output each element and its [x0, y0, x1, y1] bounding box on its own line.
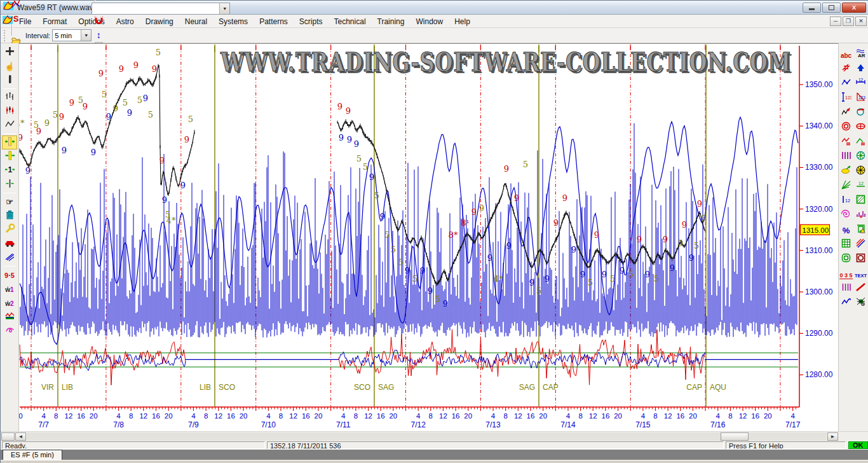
crosshair-tool[interactable] [2, 45, 17, 59]
yellipse-icon [841, 165, 851, 178]
price-count-tool[interactable]: 123 [853, 91, 868, 106]
bar-count-12-tool[interactable]: 12 [853, 76, 868, 91]
exhaustion-bars-tool[interactable] [2, 310, 17, 324]
toolbar-grip[interactable] [4, 30, 6, 41]
menu-patterns[interactable]: Patterns [254, 16, 294, 27]
trend-arrow-tool[interactable] [839, 106, 853, 120]
autodrive-tool[interactable] [2, 237, 17, 251]
ellipse-cross-tool[interactable] [853, 120, 868, 135]
mdi-close-button[interactable]: ✕ [855, 17, 867, 26]
swing-dots-tool[interactable] [839, 76, 853, 91]
hatch-square-tool[interactable] [853, 193, 868, 208]
delete-tool[interactable] [2, 209, 17, 223]
magnet-button[interactable] [92, 15, 105, 28]
pan-hand-tool[interactable]: ☝ [2, 59, 17, 73]
line-style-tool[interactable] [2, 118, 17, 132]
pointer-select-tool[interactable]: ☞ [2, 195, 17, 209]
bar-width-tool[interactable]: 1 [2, 163, 17, 177]
chevron-down-icon[interactable]: ▼ [81, 30, 91, 41]
trendline-tool[interactable] [853, 281, 868, 296]
candle-style-tool[interactable] [2, 104, 17, 118]
compress-bar-tool[interactable] [2, 149, 17, 163]
wheel-yellow-tool[interactable] [853, 164, 868, 179]
chevron-down-icon[interactable]: ▼ [219, 3, 229, 14]
close-button[interactable]: X [842, 3, 866, 13]
scroll-right-button[interactable]: ► [827, 432, 838, 441]
scripts-button[interactable]: S [9, 11, 23, 25]
svg-text:4: 4 [716, 412, 721, 420]
wheel-teal-tool[interactable] [853, 149, 868, 164]
mdi-restore-button[interactable]: ❐ [843, 17, 854, 26]
menu-window[interactable]: Window [410, 16, 449, 27]
narrow-icon [841, 296, 851, 310]
zigzag-equal-tool[interactable] [839, 135, 853, 149]
menu-format[interactable]: Format [37, 16, 72, 27]
square-spiral-tool[interactable] [853, 223, 868, 237]
time-lines-tool[interactable] [839, 281, 853, 296]
signal-bars-tool[interactable] [853, 208, 868, 223]
scrollbar-track[interactable] [27, 432, 827, 441]
purple-bars-tool[interactable] [839, 149, 853, 164]
symbol-combobox[interactable]: ▼ [92, 3, 230, 15]
wave-one-tool[interactable]: ẇ1 [2, 282, 17, 296]
menu-scripts[interactable]: Scripts [294, 16, 329, 27]
price-axis-label: 1310.00 [805, 246, 833, 255]
spiral-red-tool[interactable] [839, 120, 853, 135]
patterns-button[interactable] [9, 0, 23, 11]
status-help: Press F1 for Help [726, 441, 846, 449]
count-035-tool[interactable]: 0 3 5 [839, 266, 853, 281]
count-annotation: 4* [19, 118, 25, 128]
restore-button[interactable] [822, 3, 841, 13]
interval-combobox[interactable]: 5 min ▼ [52, 29, 92, 41]
box-circle-tool[interactable] [853, 252, 868, 266]
bar-style-tool[interactable] [2, 90, 17, 104]
parallel-lines-tool[interactable] [853, 237, 868, 252]
svg-text:16: 16 [751, 412, 759, 420]
svg-text:123: 123 [858, 95, 865, 100]
gann-grid-tool[interactable] [839, 237, 853, 252]
wave-two-tool[interactable]: ẇ2 [2, 296, 17, 310]
menu-training[interactable]: Training [372, 16, 410, 27]
thin-bar-tool[interactable] [2, 177, 17, 191]
astro-spider-tool[interactable] [853, 296, 868, 310]
horizontal-count-tool[interactable]: 12 [853, 179, 868, 193]
window-bottom-edge [1, 460, 868, 463]
menu-help[interactable]: Help [449, 16, 476, 27]
vertical-count-tool[interactable]: 123 [839, 91, 853, 106]
percent-retrace-tool[interactable]: % [839, 223, 853, 237]
andrews-ar-tool[interactable]: AR [853, 47, 868, 62]
arrow-marker-tool[interactable] [853, 62, 868, 76]
angle-equal-tool[interactable] [853, 135, 868, 149]
date-label: 7/11 [336, 420, 351, 429]
angle-lines-tool[interactable] [2, 251, 17, 265]
minimize-button[interactable] [803, 3, 821, 13]
text-abc-tool[interactable]: abc [839, 47, 853, 62]
tab-es-5min[interactable]: ES #F (5 min) [3, 450, 62, 460]
concentric-squares-tool[interactable] [839, 252, 853, 266]
text-label-tool[interactable]: TEXT [853, 266, 868, 281]
ellipse-yellow-tool[interactable] [839, 164, 853, 179]
expand-horizontal-tool[interactable] [2, 135, 17, 149]
menu-technical[interactable]: Technical [329, 16, 372, 27]
scrollbar-thumb[interactable] [721, 432, 749, 441]
nine-five-count-tool[interactable]: 9·5 [2, 268, 17, 282]
cursor-bar-tool[interactable] [2, 73, 17, 87]
wrench-icon [4, 223, 15, 237]
svg-text:8: 8 [578, 412, 582, 420]
chart-canvas[interactable]: 4*99599599959995999599595959954*99599999… [19, 43, 838, 431]
horizontal-scrollbar[interactable]: ◄ ► [1, 431, 868, 441]
mdi-minimize-button[interactable]: ─ [830, 17, 841, 26]
spiral-magenta-tool[interactable] [839, 208, 853, 223]
measure-i12-tool[interactable]: 12 [839, 193, 853, 208]
properties-tool[interactable] [2, 223, 17, 237]
scroll-left-button[interactable]: ◄ [15, 432, 26, 441]
bracket12-icon: 12 [855, 77, 866, 90]
cycle-loop-tool[interactable] [2, 324, 17, 338]
count-annotation: 9 [514, 193, 519, 203]
vertical-scale-button[interactable]: ↕ [92, 28, 105, 41]
wave-n-tool[interactable] [839, 296, 853, 310]
red-hash-tool[interactable] [839, 62, 853, 76]
count-annotation: 5 [678, 238, 683, 248]
gann-fan-tool[interactable] [839, 179, 853, 193]
circle-arrow-tool[interactable] [853, 106, 868, 120]
